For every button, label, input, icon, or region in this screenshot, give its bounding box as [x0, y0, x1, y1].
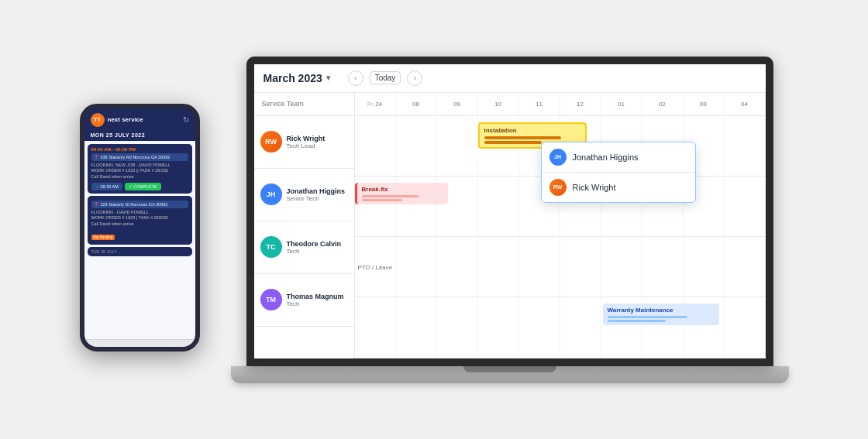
- team-row-jonathan: JH Jonathan Higgins Senior Tech: [254, 169, 354, 221]
- job2-address: 📍 123 Stacerly St Norcross GA 30092: [91, 201, 188, 208]
- cell-rick-04: [725, 116, 766, 176]
- avatar-theodore: TC: [260, 236, 282, 258]
- date-cell-08: 08: [396, 93, 437, 115]
- calendar-app: March 2023 ▼ ‹ Today › Service Team RW: [254, 64, 766, 358]
- phone-bottom-strip: [84, 339, 195, 347]
- event-pto: PTO / Leave: [358, 263, 393, 270]
- phone-body: 09:00 AM - 05:00 PM 📍 536 Stacenly Rd No…: [84, 141, 195, 339]
- dropdown-item-jonathan[interactable]: JH Jonathan Higgins: [542, 142, 695, 173]
- cell-tc-01: [601, 237, 642, 297]
- cell-tc-24: PTO / Leave: [355, 237, 396, 297]
- calendar-grid: Fri24 08 09 10 11 12 01 02 03 04: [355, 93, 766, 358]
- team-info-thomas: Thomas Magnum Tech: [287, 293, 344, 307]
- phone-header: TT next service ↻: [84, 108, 195, 130]
- cell-tm-08: [396, 297, 437, 357]
- job-card-2: 📍 123 Stacerly St Norcross GA 30092 FLOO…: [88, 196, 192, 245]
- prev-button[interactable]: ‹: [348, 70, 363, 86]
- team-row-thomas: TM Thomas Magnum Tech: [254, 274, 354, 327]
- phone-logo-area: TT next service: [91, 113, 143, 127]
- cell-jh-24: Break-fix: [355, 177, 396, 236]
- date-cell-02: 02: [642, 93, 684, 115]
- location-icon-2: 📍: [94, 202, 99, 207]
- date-cell-03: 03: [684, 93, 725, 115]
- pending-badge: Not Pending: [91, 235, 115, 240]
- laptop-screen: March 2023 ▼ ‹ Today › Service Team RW: [246, 57, 773, 366]
- calendar-month-label: March 2023 ▼: [264, 72, 332, 84]
- date-cell-24: Fri24: [355, 93, 396, 115]
- team-role-jonathan: Senior Tech: [287, 195, 346, 202]
- laptop-notch: [463, 366, 556, 372]
- date-cell-01: 01: [601, 93, 642, 115]
- cell-tm-09: [437, 297, 478, 357]
- team-name-jonathan: Jonathan Higgins: [287, 187, 346, 195]
- team-info-jonathan: Jonathan Higgins Senior Tech: [287, 187, 346, 202]
- cell-tm-01: Warranty Maintenance: [601, 297, 642, 357]
- date-cell-12: 12: [560, 93, 601, 115]
- phone-logo-circle: TT: [91, 113, 105, 127]
- laptop-mockup: March 2023 ▼ ‹ Today › Service Team RW: [231, 57, 789, 383]
- event-warranty[interactable]: Warranty Maintenance: [603, 304, 719, 325]
- cell-rick-09: [437, 116, 478, 176]
- assignee-dropdown[interactable]: JH Jonathan Higgins RW Rick Wright: [541, 142, 696, 203]
- today-button[interactable]: Today: [370, 71, 401, 84]
- warranty-bar-1: [608, 316, 688, 318]
- date-cell-04: 04: [725, 93, 766, 115]
- cell-rick-08: [396, 116, 437, 176]
- job1-address: 📍 536 Stacenly Rd Norcross GA 30092: [91, 153, 188, 161]
- cell-tc-12: [560, 237, 601, 297]
- month-chevron-icon[interactable]: ▼: [325, 74, 332, 82]
- cell-tc-03: [684, 237, 725, 297]
- cell-tm-12: [560, 297, 601, 357]
- laptop-base: [231, 366, 789, 383]
- cell-tc-09: [437, 237, 478, 297]
- calendar-body: Service Team RW Rick Wright Tech Lead JH…: [254, 93, 766, 358]
- date-cell-09: 09: [437, 93, 478, 115]
- calendar-header: March 2023 ▼ ‹ Today ›: [254, 64, 766, 93]
- team-role-thomas: Tech: [287, 300, 344, 307]
- cell-jh-10: [478, 177, 519, 236]
- cell-jh-04: [725, 177, 766, 236]
- next-time-button[interactable]: → 09:30 AM: [91, 183, 122, 190]
- grid-row-theodore: PTO / Leave: [355, 237, 766, 297]
- event-bar-1: [484, 136, 561, 139]
- location-icon: 📍: [94, 155, 99, 159]
- avatar-thomas: TM: [260, 289, 282, 310]
- dropdown-avatar-jh: JH: [549, 149, 567, 166]
- job1-actions: → 09:30 AM ✓ COMPLETE: [91, 183, 188, 190]
- team-column-header: Service Team: [254, 93, 354, 116]
- cell-tc-02: [642, 237, 684, 297]
- date-header-row: Fri24 08 09 10 11 12 01 02 03 04: [355, 93, 766, 116]
- cell-tm-11: [519, 297, 560, 357]
- complete-button[interactable]: ✓ COMPLETE: [125, 183, 161, 190]
- team-role-rick: Tech Lead: [287, 142, 326, 149]
- cell-tm-04: [725, 297, 766, 357]
- cell-tc-11: [519, 237, 560, 297]
- dropdown-avatar-rw: RW: [549, 179, 567, 196]
- event-breakfix[interactable]: Break-fix: [355, 183, 448, 204]
- cell-tc-10: [478, 237, 519, 297]
- phone-brand-label: next service: [108, 116, 143, 123]
- warranty-bar-2: [608, 320, 666, 322]
- calendar-nav: ‹ Today ›: [348, 70, 423, 86]
- dropdown-item-rick[interactable]: RW Rick Wright: [542, 173, 695, 202]
- avatar-jonathan: JH: [260, 183, 282, 205]
- team-role-theodore: Tech: [287, 248, 342, 255]
- team-name-theodore: Theodore Calvin: [287, 240, 342, 248]
- team-info-theodore: Theodore Calvin Tech: [287, 240, 342, 255]
- cell-rick-10: Installation ✛: [478, 116, 519, 176]
- event-bar-2: [484, 141, 542, 144]
- job1-time: 09:00 AM - 05:00 PM: [91, 147, 188, 152]
- phone-mockup: TT next service ↻ MON 25 JULY 2022 09:00…: [80, 104, 200, 352]
- phone-refresh-icon[interactable]: ↻: [183, 115, 189, 124]
- breakfix-bar-2: [362, 199, 403, 201]
- team-name-rick: Rick Wright: [287, 135, 326, 142]
- cell-tc-08: [396, 237, 437, 297]
- breakfix-bar-1: [362, 195, 419, 197]
- date-cell-10: 10: [478, 93, 519, 115]
- cell-tc-04: [725, 237, 766, 297]
- cell-tm-10: [478, 297, 519, 357]
- next-button[interactable]: ›: [407, 70, 422, 86]
- cell-rick-24: [355, 116, 396, 176]
- team-info-rick: Rick Wright Tech Lead: [287, 135, 326, 149]
- job1-desc: FLOORING: NEW JOB - DAVID POWELL WORK OR…: [91, 163, 188, 180]
